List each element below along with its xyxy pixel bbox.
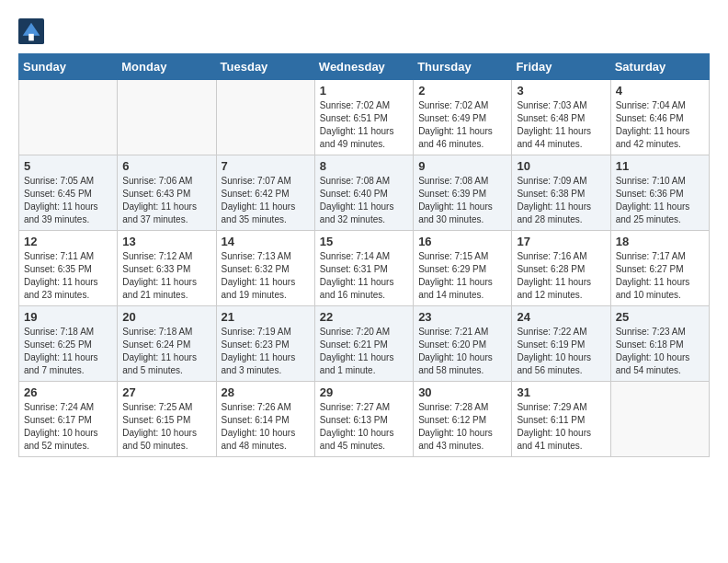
calendar-cell: 4Sunrise: 7:04 AMSunset: 6:46 PMDaylight… bbox=[610, 80, 709, 155]
weekday-header-wednesday: Wednesday bbox=[314, 54, 413, 80]
calendar-cell: 22Sunrise: 7:20 AMSunset: 6:21 PMDayligh… bbox=[314, 306, 413, 382]
calendar-cell bbox=[19, 80, 118, 155]
day-info: Sunrise: 7:10 AMSunset: 6:36 PMDaylight:… bbox=[616, 175, 704, 226]
day-info: Sunrise: 7:16 AMSunset: 6:28 PMDaylight:… bbox=[517, 250, 605, 302]
calendar-week-row: 26Sunrise: 7:24 AMSunset: 6:17 PMDayligh… bbox=[19, 382, 710, 457]
day-number: 8 bbox=[320, 159, 408, 173]
day-info: Sunrise: 7:22 AMSunset: 6:19 PMDaylight:… bbox=[517, 326, 605, 377]
calendar-cell: 1Sunrise: 7:02 AMSunset: 6:51 PMDaylight… bbox=[314, 80, 413, 155]
day-info: Sunrise: 7:02 AMSunset: 6:51 PMDaylight:… bbox=[320, 99, 408, 151]
calendar-cell: 7Sunrise: 7:07 AMSunset: 6:42 PMDaylight… bbox=[216, 155, 314, 231]
calendar-cell: 19Sunrise: 7:18 AMSunset: 6:25 PMDayligh… bbox=[19, 306, 118, 382]
logo bbox=[18, 18, 48, 44]
logo-icon bbox=[18, 18, 44, 44]
day-info: Sunrise: 7:20 AMSunset: 6:21 PMDaylight:… bbox=[320, 326, 408, 377]
calendar-cell: 26Sunrise: 7:24 AMSunset: 6:17 PMDayligh… bbox=[19, 382, 118, 457]
day-info: Sunrise: 7:29 AMSunset: 6:11 PMDaylight:… bbox=[517, 401, 605, 453]
weekday-header-monday: Monday bbox=[118, 54, 216, 80]
calendar-cell: 25Sunrise: 7:23 AMSunset: 6:18 PMDayligh… bbox=[610, 306, 709, 382]
day-number: 15 bbox=[320, 235, 408, 248]
calendar-cell: 27Sunrise: 7:25 AMSunset: 6:15 PMDayligh… bbox=[118, 382, 216, 457]
day-info: Sunrise: 7:04 AMSunset: 6:46 PMDaylight:… bbox=[616, 99, 704, 151]
calendar-cell: 17Sunrise: 7:16 AMSunset: 6:28 PMDayligh… bbox=[512, 231, 610, 306]
calendar-table: SundayMondayTuesdayWednesdayThursdayFrid… bbox=[18, 53, 710, 457]
page-header bbox=[18, 18, 710, 44]
day-info: Sunrise: 7:18 AMSunset: 6:25 PMDaylight:… bbox=[24, 326, 112, 377]
day-info: Sunrise: 7:03 AMSunset: 6:48 PMDaylight:… bbox=[517, 99, 605, 151]
day-number: 11 bbox=[616, 159, 704, 173]
calendar-cell: 16Sunrise: 7:15 AMSunset: 6:29 PMDayligh… bbox=[414, 231, 512, 306]
day-number: 16 bbox=[418, 235, 506, 248]
day-info: Sunrise: 7:18 AMSunset: 6:24 PMDaylight:… bbox=[122, 326, 210, 377]
calendar-cell: 30Sunrise: 7:28 AMSunset: 6:12 PMDayligh… bbox=[414, 382, 512, 457]
day-number: 5 bbox=[24, 159, 112, 173]
day-number: 9 bbox=[418, 159, 506, 173]
day-number: 30 bbox=[418, 385, 506, 399]
day-info: Sunrise: 7:27 AMSunset: 6:13 PMDaylight:… bbox=[320, 401, 408, 453]
calendar-cell: 12Sunrise: 7:11 AMSunset: 6:35 PMDayligh… bbox=[19, 231, 118, 306]
day-number: 23 bbox=[418, 310, 506, 324]
day-info: Sunrise: 7:02 AMSunset: 6:49 PMDaylight:… bbox=[418, 99, 506, 151]
day-number: 28 bbox=[222, 385, 310, 399]
day-number: 22 bbox=[320, 310, 408, 324]
day-number: 25 bbox=[616, 310, 704, 324]
day-info: Sunrise: 7:05 AMSunset: 6:45 PMDaylight:… bbox=[24, 175, 112, 226]
weekday-header-saturday: Saturday bbox=[610, 54, 709, 80]
day-info: Sunrise: 7:08 AMSunset: 6:39 PMDaylight:… bbox=[418, 175, 506, 226]
svg-rect-2 bbox=[28, 34, 34, 40]
calendar-cell: 20Sunrise: 7:18 AMSunset: 6:24 PMDayligh… bbox=[118, 306, 216, 382]
calendar-cell: 21Sunrise: 7:19 AMSunset: 6:23 PMDayligh… bbox=[216, 306, 314, 382]
calendar-cell bbox=[118, 80, 216, 155]
calendar-week-row: 19Sunrise: 7:18 AMSunset: 6:25 PMDayligh… bbox=[19, 306, 710, 382]
calendar-cell: 31Sunrise: 7:29 AMSunset: 6:11 PMDayligh… bbox=[512, 382, 610, 457]
day-number: 12 bbox=[24, 235, 112, 248]
day-info: Sunrise: 7:26 AMSunset: 6:14 PMDaylight:… bbox=[222, 401, 310, 453]
day-info: Sunrise: 7:06 AMSunset: 6:43 PMDaylight:… bbox=[122, 175, 210, 226]
weekday-header-sunday: Sunday bbox=[19, 54, 118, 80]
calendar-cell: 18Sunrise: 7:17 AMSunset: 6:27 PMDayligh… bbox=[610, 231, 709, 306]
calendar-cell: 14Sunrise: 7:13 AMSunset: 6:32 PMDayligh… bbox=[216, 231, 314, 306]
calendar-cell: 2Sunrise: 7:02 AMSunset: 6:49 PMDaylight… bbox=[414, 80, 512, 155]
calendar-header-row: SundayMondayTuesdayWednesdayThursdayFrid… bbox=[19, 54, 710, 80]
calendar-cell: 15Sunrise: 7:14 AMSunset: 6:31 PMDayligh… bbox=[314, 231, 413, 306]
day-number: 13 bbox=[122, 235, 210, 248]
calendar-cell: 8Sunrise: 7:08 AMSunset: 6:40 PMDaylight… bbox=[314, 155, 413, 231]
day-info: Sunrise: 7:13 AMSunset: 6:32 PMDaylight:… bbox=[222, 250, 310, 302]
day-number: 18 bbox=[616, 235, 704, 248]
calendar-week-row: 1Sunrise: 7:02 AMSunset: 6:51 PMDaylight… bbox=[19, 80, 710, 155]
calendar-cell: 11Sunrise: 7:10 AMSunset: 6:36 PMDayligh… bbox=[610, 155, 709, 231]
calendar-cell: 10Sunrise: 7:09 AMSunset: 6:38 PMDayligh… bbox=[512, 155, 610, 231]
day-number: 3 bbox=[517, 84, 605, 98]
day-info: Sunrise: 7:14 AMSunset: 6:31 PMDaylight:… bbox=[320, 250, 408, 302]
calendar-cell: 29Sunrise: 7:27 AMSunset: 6:13 PMDayligh… bbox=[314, 382, 413, 457]
calendar-cell: 13Sunrise: 7:12 AMSunset: 6:33 PMDayligh… bbox=[118, 231, 216, 306]
day-info: Sunrise: 7:11 AMSunset: 6:35 PMDaylight:… bbox=[24, 250, 112, 302]
weekday-header-thursday: Thursday bbox=[414, 54, 512, 80]
day-number: 24 bbox=[517, 310, 605, 324]
day-info: Sunrise: 7:28 AMSunset: 6:12 PMDaylight:… bbox=[418, 401, 506, 453]
day-info: Sunrise: 7:08 AMSunset: 6:40 PMDaylight:… bbox=[320, 175, 408, 226]
day-number: 2 bbox=[418, 84, 506, 98]
calendar-cell: 3Sunrise: 7:03 AMSunset: 6:48 PMDaylight… bbox=[512, 80, 610, 155]
day-info: Sunrise: 7:15 AMSunset: 6:29 PMDaylight:… bbox=[418, 250, 506, 302]
day-info: Sunrise: 7:21 AMSunset: 6:20 PMDaylight:… bbox=[418, 326, 506, 377]
day-number: 10 bbox=[517, 159, 605, 173]
day-info: Sunrise: 7:17 AMSunset: 6:27 PMDaylight:… bbox=[616, 250, 704, 302]
day-number: 26 bbox=[24, 385, 112, 399]
day-number: 7 bbox=[222, 159, 310, 173]
day-number: 6 bbox=[122, 159, 210, 173]
day-number: 21 bbox=[222, 310, 310, 324]
day-number: 4 bbox=[616, 84, 704, 98]
day-info: Sunrise: 7:19 AMSunset: 6:23 PMDaylight:… bbox=[222, 326, 310, 377]
calendar-cell bbox=[216, 80, 314, 155]
calendar-cell: 9Sunrise: 7:08 AMSunset: 6:39 PMDaylight… bbox=[414, 155, 512, 231]
day-info: Sunrise: 7:07 AMSunset: 6:42 PMDaylight:… bbox=[222, 175, 310, 226]
calendar-cell: 6Sunrise: 7:06 AMSunset: 6:43 PMDaylight… bbox=[118, 155, 216, 231]
day-number: 17 bbox=[517, 235, 605, 248]
calendar-cell: 23Sunrise: 7:21 AMSunset: 6:20 PMDayligh… bbox=[414, 306, 512, 382]
day-number: 14 bbox=[222, 235, 310, 248]
calendar-cell: 24Sunrise: 7:22 AMSunset: 6:19 PMDayligh… bbox=[512, 306, 610, 382]
calendar-cell: 28Sunrise: 7:26 AMSunset: 6:14 PMDayligh… bbox=[216, 382, 314, 457]
day-number: 19 bbox=[24, 310, 112, 324]
day-number: 20 bbox=[122, 310, 210, 324]
